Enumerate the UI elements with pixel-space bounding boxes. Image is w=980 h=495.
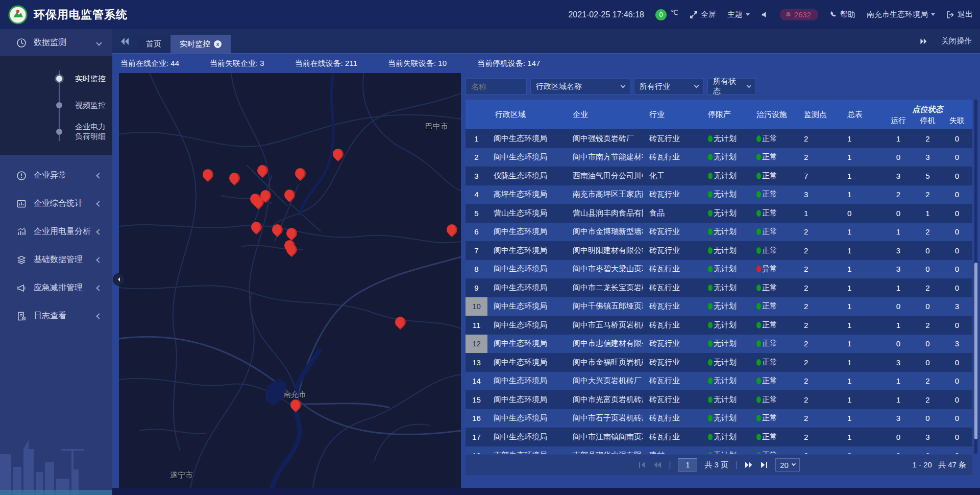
- sidebar-item-video-monitoring[interactable]: 视频监控: [0, 92, 112, 119]
- table-cell: 阆中市南方节能建材有: [567, 152, 643, 162]
- status-dot-icon: [756, 228, 761, 235]
- table-row[interactable]: 13阆中生态环境局阆中市金福旺页岩机砖砖瓦行业无计划正常21300: [465, 353, 972, 372]
- page-number-input[interactable]: [678, 458, 697, 472]
- sidebar-group-base-data[interactable]: 基础数据管理: [0, 246, 112, 274]
- name-filter-input[interactable]: [471, 82, 521, 91]
- facility-status-cell: 正常: [750, 339, 796, 348]
- sidebar-item-realtime-monitoring[interactable]: 实时监控: [0, 65, 112, 92]
- table-cell: 0: [914, 358, 942, 367]
- last-page-icon[interactable]: [760, 461, 768, 468]
- table-cell: 2: [914, 376, 942, 385]
- status-dot-icon: [708, 154, 713, 160]
- sidebar-group-power-analysis[interactable]: 企业用电量分析: [0, 218, 112, 246]
- table-row[interactable]: 10阆中生态环境局阆中千佛镇五郎垭页岩砖瓦行业无计划正常21003: [465, 297, 972, 316]
- table-row[interactable]: 15阆中生态环境局阆中市光富页岩机砖厂砖瓦行业无计划正常21120: [465, 390, 972, 409]
- table-row[interactable]: 2阆中生态环境局阆中市南方节能建材有砖瓦行业无计划正常21030: [465, 148, 972, 167]
- sidebar-group-log-view[interactable]: 日志查看: [0, 302, 112, 330]
- phone-icon: [829, 11, 837, 18]
- status-label: 无计划: [714, 171, 737, 180]
- col-meter: 总表: [840, 110, 883, 120]
- table-cell: 0: [883, 433, 914, 441]
- table-cell: 2: [796, 395, 840, 404]
- name-filter[interactable]: [465, 78, 527, 95]
- map[interactable]: 巴中市南充市遂宁市: [119, 73, 461, 488]
- table-row[interactable]: 18南部生态环境局南部县砌华水泥有限公建材无计划正常60060: [465, 446, 972, 454]
- status-label: 正常: [762, 358, 777, 366]
- region-filter-select[interactable]: 行政区域名称: [530, 78, 630, 95]
- sidebar-item-power-load-detail[interactable]: 企业电力负荷明细: [0, 119, 112, 145]
- table-row[interactable]: 3仪陇生态环境局西南油气田分公司川中化工无计划正常71350: [465, 167, 972, 185]
- table-cell: 2: [796, 433, 840, 441]
- stat-item: 当前停机设备: 147: [477, 59, 540, 68]
- industry-filter-select[interactable]: 所有行业: [634, 78, 704, 95]
- mute-button[interactable]: [761, 11, 769, 18]
- fullscreen-button[interactable]: 全屏: [690, 10, 716, 19]
- sidebar-group-emergency-reduction[interactable]: 应急减排管理: [0, 274, 112, 302]
- table-scrollbar[interactable]: [974, 100, 977, 454]
- org-dropdown[interactable]: 南充市生态环境局: [867, 10, 935, 19]
- status-label: 无计划: [714, 339, 737, 347]
- table-cell: 阆中生态环境局: [487, 395, 567, 405]
- close-operations-button[interactable]: 关闭操作: [941, 36, 972, 46]
- temperature-indicator: 0 ℃: [655, 9, 678, 20]
- sidebar-group-enterprise-alert[interactable]: 企业异常: [0, 161, 112, 190]
- table-cell: 1: [840, 376, 883, 385]
- table-row[interactable]: 16阆中生态环境局阆中市石子页岩机砖厂砖瓦行业无计划正常21300: [465, 409, 972, 428]
- table-cell: 阆中生态环境局: [487, 413, 567, 423]
- chevron-down-icon: [96, 40, 102, 45]
- page-size-select[interactable]: 20: [775, 458, 800, 472]
- facility-status-cell: 正常: [750, 246, 796, 255]
- table-cell: 0: [942, 227, 972, 236]
- table-row[interactable]: 17阆中生态环境局阆中市江南镇阆南页岩砖瓦行业无计划正常21030: [465, 428, 972, 446]
- table-cell: 阆中明阳建材有限公司: [567, 246, 643, 255]
- table-cell: 14: [465, 376, 487, 385]
- status-dot-icon: [708, 396, 713, 403]
- tabs-scroll-right-icon[interactable]: [919, 37, 928, 45]
- logout-button[interactable]: 退出: [946, 10, 973, 19]
- map-collapse-button[interactable]: [113, 273, 125, 286]
- status-label: 正常: [762, 432, 777, 441]
- table-row[interactable]: 1阆中生态环境局阆中强锐页岩砖厂砖瓦行业无计划正常21120: [465, 129, 972, 148]
- table-cell: 0: [942, 209, 972, 218]
- table-row[interactable]: 11阆中生态环境局阆中市五马桥页岩机砖砖瓦行业无计划正常21120: [465, 316, 972, 335]
- table-cell: 0: [883, 451, 914, 454]
- stop-status-cell: 无计划: [702, 227, 750, 237]
- total-pages-label: 共 3 页: [704, 460, 728, 470]
- table-cell: 营山县润丰肉食品有限: [567, 208, 643, 218]
- first-page-icon[interactable]: [638, 461, 646, 468]
- pagination-bar: | 共 3 页 | 20 1 - 20 共 47 条: [465, 455, 972, 475]
- table-cell: 砖瓦行业: [643, 283, 702, 293]
- table-cell: 1: [840, 153, 883, 161]
- tab-realtime-monitoring[interactable]: 实时监控 x: [170, 35, 231, 53]
- sidebar-group-data-monitoring[interactable]: 数据监测: [0, 29, 112, 56]
- table-row[interactable]: 14阆中生态环境局阆中大兴页岩机砖厂砖瓦行业无计划正常21120: [465, 372, 972, 391]
- table-cell: 0: [942, 433, 972, 441]
- table-cell: 阆中生态环境局: [487, 152, 567, 162]
- status-filter-select[interactable]: 所有状态: [707, 78, 756, 95]
- datetime-display: 2021-02-25 17:46:18: [568, 10, 644, 19]
- previous-page-icon[interactable]: [653, 461, 662, 468]
- table-cell: 砖瓦行业: [643, 432, 702, 442]
- status-label: 无计划: [714, 283, 737, 292]
- tabs-scroll-left-icon[interactable]: [119, 36, 130, 46]
- next-page-icon[interactable]: [745, 461, 753, 468]
- stat-item: 当前在线企业: 44: [120, 59, 179, 68]
- table-cell: 阆中市石子页岩机砖厂: [567, 413, 643, 423]
- table-row[interactable]: 9阆中生态环境局阆中市二龙长宝页岩砖砖瓦行业无计划正常21120: [465, 278, 972, 297]
- table-row[interactable]: 8阆中生态环境局阆中市枣碧大梁山页岩砖瓦行业无计划异常21300: [465, 260, 972, 279]
- help-button[interactable]: 帮助: [829, 10, 855, 19]
- notification-pill[interactable]: 2632: [780, 9, 818, 20]
- status-dot-icon: [756, 378, 761, 384]
- table-row[interactable]: 12阆中生态环境局阆中市忠信建材有限公砖瓦行业无计划正常21003: [465, 335, 972, 353]
- tab-strip: 首页 实时监控 x 关闭操作: [112, 29, 980, 53]
- table-row[interactable]: 6阆中生态环境局阆中市金博瑞新型墙材砖瓦行业无计划正常21120: [465, 223, 972, 242]
- theme-dropdown[interactable]: 主题: [727, 10, 750, 19]
- close-icon[interactable]: x: [214, 40, 222, 48]
- col-facility: 治污设施: [750, 110, 796, 120]
- table-row[interactable]: 7阆中生态环境局阆中明阳建材有限公司砖瓦行业无计划正常21300: [465, 241, 972, 260]
- scrollbar-thumb[interactable]: [974, 263, 977, 440]
- table-row[interactable]: 4高坪生态环境局南充市高坪区王家店建砖瓦行业无计划正常31220: [465, 185, 972, 204]
- tab-home[interactable]: 首页: [137, 35, 170, 53]
- table-row[interactable]: 5营山生态环境局营山县润丰肉食品有限食品无计划正常10010: [465, 204, 972, 223]
- sidebar-group-enterprise-statistics[interactable]: 企业综合统计: [0, 190, 112, 218]
